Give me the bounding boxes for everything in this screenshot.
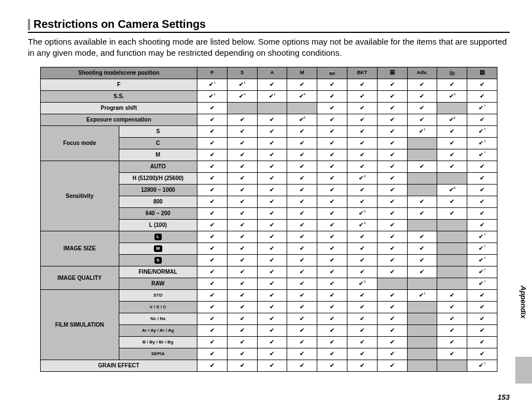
table-cell: ✔ <box>317 231 347 243</box>
table-cell: ✔ <box>377 243 407 254</box>
table-cell: ✔ <box>287 207 317 219</box>
table-cell: ✔ <box>317 243 347 254</box>
table-cell: ✔ <box>317 313 347 324</box>
table-cell: ✔ <box>467 79 497 90</box>
table-cell: ✔7 <box>467 149 497 161</box>
table-cell: ✔ <box>407 161 437 172</box>
table-row: SensitivityAUTO✔✔✔✔✔✔✔✔✔✔ <box>41 161 497 172</box>
table-cell: ✔ <box>287 313 317 324</box>
table-cell: ✔ <box>317 161 347 172</box>
table-cell: ✔ <box>287 301 317 313</box>
table-cell: ✔ <box>347 137 377 149</box>
table-cell: ✔ <box>227 313 257 324</box>
table-cell: ✔ <box>377 324 407 336</box>
table-cell: ✔ <box>437 348 467 360</box>
table-cell: ✔ <box>407 90 437 102</box>
table-cell: ✔ <box>347 360 377 371</box>
section-title: Restrictions on Camera Settings <box>33 18 206 31</box>
table-cell: ✔ <box>347 184 377 196</box>
table-cell <box>407 219 437 231</box>
table-cell: ✔7 <box>467 125 497 137</box>
table-cell: ✔ <box>347 125 377 137</box>
table-cell: ✔ <box>317 102 347 114</box>
table-cell: ✔ <box>377 266 407 278</box>
table-cell: ✔1 <box>467 137 497 149</box>
table-cell: ✔ <box>347 149 377 161</box>
table-cell: ✔3 <box>437 90 467 102</box>
table-cell: ✔ <box>377 125 407 137</box>
table-cell: ✔ <box>347 254 377 266</box>
table-row: GRAIN EFFECT✔✔✔✔✔✔✔✔7 <box>41 360 497 371</box>
row-sublabel: FINE/NORMAL <box>119 266 197 278</box>
table-cell: ✔ <box>257 289 287 301</box>
row-label: S.S. <box>41 90 197 102</box>
table-cell: ✔3 <box>347 172 377 184</box>
row-sublabel: S <box>119 125 197 137</box>
title-marker <box>28 19 30 30</box>
table-cell: ✔ <box>287 219 317 231</box>
table-cell: ✔ <box>377 184 407 196</box>
table-cell: ✔ <box>317 90 347 102</box>
table-cell: ✔ <box>197 266 228 278</box>
table-cell: ✔ <box>227 149 257 161</box>
table-cell: ✔ <box>467 336 497 348</box>
table-cell: ✔ <box>257 254 287 266</box>
table-cell: ✔ <box>197 196 228 207</box>
table-cell: ✔ <box>407 207 437 219</box>
table-cell: ✔ <box>377 231 407 243</box>
table-cell: ✔ <box>287 254 317 266</box>
table-header-col: 🖽 <box>377 67 407 79</box>
table-cell <box>437 219 467 231</box>
table-cell: ✔ <box>257 172 287 184</box>
table-cell: ✔ <box>437 301 467 313</box>
table-cell <box>437 172 467 184</box>
row-sublabel: S <box>119 254 197 266</box>
table-cell <box>227 102 257 114</box>
intro-paragraph: The options available in each shooting m… <box>28 36 510 59</box>
table-cell: ✔ <box>287 149 317 161</box>
table-cell: ✔ <box>377 289 407 301</box>
row-label: Exposure compensation <box>41 114 197 125</box>
table-cell: ✔ <box>197 348 228 360</box>
table-cell: ✔ <box>257 196 287 207</box>
table-cell: ✔ <box>467 219 497 231</box>
row-sublabel: M <box>119 243 197 254</box>
table-cell: ✔2 <box>437 114 467 125</box>
table-cell: ✔ <box>467 289 497 301</box>
table-cell: ✔ <box>467 184 497 196</box>
table-cell: ✔ <box>467 90 497 102</box>
table-cell: ✔ <box>377 102 407 114</box>
table-cell: ✔ <box>257 125 287 137</box>
table-cell: ✔ <box>287 161 317 172</box>
table-cell: ✔ <box>197 289 228 301</box>
row-sublabel: Nc / Ns <box>119 313 197 324</box>
table-cell: ✔ <box>197 207 228 219</box>
table-cell: ✔ <box>407 114 437 125</box>
table-cell: ✔ <box>347 289 377 301</box>
table-cell: ✔ <box>317 266 347 278</box>
table-cell: ✔ <box>197 102 228 114</box>
table-cell: ✔ <box>257 79 287 90</box>
table-cell <box>437 266 467 278</box>
table-cell <box>407 278 437 289</box>
table-cell: ✔ <box>347 336 377 348</box>
table-cell: ✔1 <box>197 90 228 102</box>
table-cell: ✔ <box>257 360 287 371</box>
page-number: 153 <box>497 393 510 401</box>
table-cell: ✔ <box>377 336 407 348</box>
table-cell: ✔ <box>317 196 347 207</box>
table-cell: ✔ <box>437 149 467 161</box>
table-cell: ✔ <box>227 278 257 289</box>
table-cell: ✔ <box>287 196 317 207</box>
table-cell: ✔ <box>437 137 467 149</box>
table-cell: ✔ <box>347 102 377 114</box>
table-row: Program shift✔✔✔✔✔✔7 <box>41 102 497 114</box>
table-cell: ✔ <box>197 161 228 172</box>
table-cell: ✔1 <box>197 79 228 90</box>
table-cell: ✔ <box>347 266 377 278</box>
table-cell: ✔ <box>347 324 377 336</box>
table-cell: ✔ <box>377 360 407 371</box>
table-cell: ✔ <box>317 324 347 336</box>
table-cell: ✔ <box>227 301 257 313</box>
table-cell: ✔ <box>347 196 377 207</box>
